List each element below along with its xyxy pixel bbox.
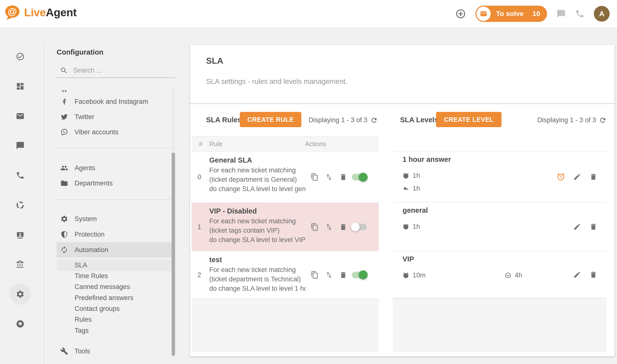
create-level-button[interactable]: CREATE LEVEL xyxy=(436,112,502,127)
sidebar-subitem[interactable]: Canned messages xyxy=(57,281,172,292)
levels-rows: 1 hour answer 1h 1h xyxy=(393,151,607,298)
rule-toggle[interactable] xyxy=(352,224,367,230)
shield-icon xyxy=(60,230,68,238)
rail-item[interactable] xyxy=(12,168,29,183)
rail-item[interactable] xyxy=(12,49,29,64)
loader-icon xyxy=(16,201,25,210)
sidebar-subitem[interactable]: SLA xyxy=(57,259,172,271)
to-solve-button[interactable]: To solve 10 xyxy=(475,6,547,22)
refresh-icon[interactable] xyxy=(370,117,378,124)
sidebar-item[interactable]: Automation xyxy=(57,242,172,258)
sidebar-item-label: Viber accounts xyxy=(75,128,118,136)
rule-row: 2 test For each new ticket matching (tic… xyxy=(192,251,379,298)
action-button[interactable] xyxy=(556,172,565,181)
action-button[interactable] xyxy=(573,270,582,279)
chat-button[interactable] xyxy=(556,9,566,18)
level-actions xyxy=(573,270,598,279)
mail-icon xyxy=(16,112,25,121)
action-button[interactable] xyxy=(339,173,348,182)
alarm-filled-icon xyxy=(403,272,409,279)
rule-title: VIP - Disabled xyxy=(209,206,306,216)
sidebar-menu: Facebook and Instagram Twitter Viber acc… xyxy=(57,0,172,364)
logo-bubble-icon: @ xyxy=(4,5,21,20)
delete-icon xyxy=(339,223,347,231)
sidebar-item[interactable]: Twitter xyxy=(57,109,172,124)
add-button[interactable] xyxy=(455,8,466,19)
rail-item[interactable] xyxy=(12,197,29,213)
rules-footer xyxy=(192,298,379,352)
add-circle-icon xyxy=(455,8,466,19)
rail-item[interactable] xyxy=(12,108,29,124)
action-button[interactable] xyxy=(573,172,582,181)
rail-item[interactable] xyxy=(12,227,29,243)
sidebar-item[interactable]: Tools xyxy=(57,344,172,359)
action-button[interactable] xyxy=(325,271,333,279)
action-button[interactable] xyxy=(589,222,598,231)
sidebar-item[interactable]: Viber accounts xyxy=(57,124,172,140)
sla-rules-panel: SLA Rules CREATE RULE Displaying 1 - 3 o… xyxy=(192,104,379,352)
edit-icon xyxy=(573,271,581,279)
action-button[interactable] xyxy=(339,223,348,231)
action-button[interactable] xyxy=(310,223,319,231)
refresh-icon[interactable] xyxy=(599,117,606,124)
rail-item[interactable] xyxy=(12,257,29,272)
rules-displaying-text: Displaying 1 - 3 of 3 xyxy=(308,116,367,124)
avatar[interactable]: A xyxy=(594,6,610,22)
action-button[interactable] xyxy=(339,271,348,279)
rule-row: 0 General SLA For each new ticket matchi… xyxy=(192,152,379,202)
rule-content: General SLA For each new ticket matching… xyxy=(209,155,306,194)
rule-row: 1 VIP - Disabled For each new ticket mat… xyxy=(192,202,379,251)
phone-button[interactable] xyxy=(575,9,585,18)
contact-card-icon xyxy=(16,230,25,239)
sidebar-subitem[interactable]: Rules xyxy=(57,314,172,325)
action-button[interactable] xyxy=(325,223,333,231)
levels-panel-header: SLA Levels CREATE LEVEL Displaying 1 - 3… xyxy=(393,104,607,136)
dashboard-icon xyxy=(16,82,25,91)
sidebar-subitem[interactable]: Contact groups xyxy=(57,303,172,314)
sidebar-subitem[interactable]: Time Rules xyxy=(57,271,172,281)
levels-displaying-text: Displaying 1 - 3 of 3 xyxy=(537,116,596,124)
action-button[interactable] xyxy=(310,173,319,182)
sla-card: SLA SLA settings - rules and levels mana… xyxy=(190,45,615,356)
action-button[interactable] xyxy=(589,270,598,279)
sidebar-item[interactable]: System xyxy=(57,211,172,227)
sidebar-item[interactable]: Departments xyxy=(57,176,172,191)
sidebar-subitem[interactable]: Tags xyxy=(57,325,172,336)
sort-icon xyxy=(325,271,333,279)
phone-icon xyxy=(16,171,25,180)
viber-icon xyxy=(60,128,68,136)
rule-line: For each new ticket matching xyxy=(209,166,306,175)
delete-icon xyxy=(339,271,347,279)
levels-footer xyxy=(393,298,607,352)
rules-displaying: Displaying 1 - 3 of 3 xyxy=(308,104,378,136)
action-button[interactable] xyxy=(589,172,598,181)
gear-icon xyxy=(16,290,25,299)
sidebar-item-label: Automation xyxy=(75,246,108,254)
reply-icon xyxy=(403,185,409,192)
column-actions: Actions xyxy=(305,140,326,148)
rule-actions xyxy=(310,173,348,182)
sidebar-subitem[interactable]: Predefined answers xyxy=(57,292,172,303)
level-actions xyxy=(556,172,598,181)
rail-item[interactable] xyxy=(12,79,29,94)
action-button[interactable] xyxy=(310,271,319,279)
action-button[interactable] xyxy=(573,222,582,231)
rail-item[interactable] xyxy=(12,138,29,153)
sidebar-item[interactable]: Agents xyxy=(57,160,172,176)
action-button[interactable] xyxy=(325,173,333,182)
rule-toggle[interactable] xyxy=(352,174,367,181)
rail-item[interactable] xyxy=(12,287,29,302)
check-circle-icon xyxy=(16,52,25,61)
bank-icon xyxy=(16,260,25,269)
sidebar-scrollbar-thumb[interactable] xyxy=(172,152,175,356)
sidebar-item[interactable]: Facebook and Instagram xyxy=(57,94,172,109)
rule-toggle[interactable] xyxy=(352,272,367,278)
level-row: general 1h xyxy=(393,202,607,251)
create-rule-button[interactable]: CREATE RULE xyxy=(240,112,301,127)
alarm-orange-icon xyxy=(556,172,565,181)
sidebar-item-label: Tools xyxy=(75,348,90,355)
logo-at-symbol: @ xyxy=(8,6,17,17)
sidebar-item[interactable]: Protection xyxy=(57,227,172,242)
rule-content: test For each new ticket matching (ticke… xyxy=(209,254,306,293)
rail-item[interactable] xyxy=(12,316,29,332)
